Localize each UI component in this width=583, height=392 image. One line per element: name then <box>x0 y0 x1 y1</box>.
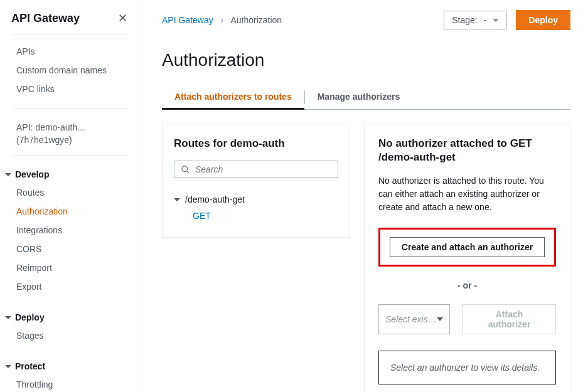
sidebar-header: API Gateway ✕ <box>0 0 139 34</box>
divider <box>11 34 127 34</box>
tab-manage-authorizers[interactable]: Manage authorizers <box>305 85 412 109</box>
sidebar-item-cors[interactable]: CORS <box>0 240 139 258</box>
sidebar-item-apis[interactable]: APIs <box>0 42 139 61</box>
api-meta: API: demo-auth... (7h7he1wgye) <box>0 117 139 155</box>
route-item[interactable]: /demo-auth-get <box>174 192 338 207</box>
top-actions: Stage: - Deploy <box>444 10 570 30</box>
routes-title: Routes for demo-auth <box>174 137 338 151</box>
chevron-down-icon <box>5 173 11 176</box>
divider <box>11 155 127 156</box>
search-icon <box>181 165 190 174</box>
sidebar-item-routes[interactable]: Routes <box>0 183 139 202</box>
create-highlight: Create and attach an authorizer <box>378 228 556 267</box>
search-field[interactable] <box>174 161 338 178</box>
main: API Gateway › Authorization Stage: - Dep… <box>139 0 583 392</box>
close-icon[interactable]: ✕ <box>118 11 127 25</box>
attach-row: Select exis… Attach authorizer <box>378 304 556 334</box>
authorizer-detail-hint: Select an authorizer to view its details… <box>378 351 556 384</box>
stage-value: - <box>484 15 487 25</box>
section-header-develop[interactable]: Develop <box>0 163 139 183</box>
chevron-down-icon <box>174 198 180 201</box>
sidebar-top-nav: APIs Custom domain names VPC links <box>0 42 139 109</box>
breadcrumb-current: Authorization <box>230 15 282 25</box>
detail-description: No authorizer is attached to this route.… <box>378 174 556 214</box>
or-divider: - or - <box>378 280 556 290</box>
deploy-nav: Stages <box>0 326 139 355</box>
svg-point-0 <box>182 166 188 171</box>
chevron-down-icon <box>493 19 499 22</box>
sidebar: API Gateway ✕ APIs Custom domain names V… <box>0 0 139 392</box>
tab-attach-authorizers[interactable]: Attach authorizers to routes <box>162 85 304 109</box>
panels: Routes for demo-auth /demo-auth-get GET … <box>162 124 570 392</box>
chevron-right-icon: › <box>221 15 224 25</box>
develop-nav: Routes Authorization Integrations CORS R… <box>0 183 139 306</box>
breadcrumb-root[interactable]: API Gateway <box>162 15 213 25</box>
route-path: /demo-auth-get <box>185 194 245 204</box>
existing-authorizer-select[interactable]: Select exis… <box>378 304 450 334</box>
chevron-down-icon <box>437 317 443 321</box>
routes-panel: Routes for demo-auth /demo-auth-get GET <box>162 124 350 238</box>
section-label: Develop <box>15 169 49 179</box>
breadcrumb: API Gateway › Authorization <box>162 15 282 25</box>
deploy-button[interactable]: Deploy <box>516 10 570 30</box>
sidebar-item-throttling[interactable]: Throttling <box>0 375 139 392</box>
sidebar-item-stages[interactable]: Stages <box>0 326 139 345</box>
sidebar-item-authorization[interactable]: Authorization <box>0 202 139 221</box>
page-title: Authorization <box>162 50 570 70</box>
section-header-protect[interactable]: Protect <box>0 355 139 375</box>
section-label: Deploy <box>15 312 45 322</box>
sidebar-item-export[interactable]: Export <box>0 277 139 296</box>
chevron-down-icon <box>5 365 11 368</box>
sidebar-item-vpc-links[interactable]: VPC links <box>0 80 139 98</box>
svg-line-1 <box>186 171 189 173</box>
section-label: Protect <box>15 361 45 371</box>
tabs: Attach authorizers to routes Manage auth… <box>162 85 570 110</box>
topbar: API Gateway › Authorization Stage: - Dep… <box>139 0 583 35</box>
attach-authorizer-button: Attach authorizer <box>463 304 556 334</box>
api-meta-name: API: demo-auth... <box>16 122 127 134</box>
stage-selector[interactable]: Stage: - <box>444 11 507 29</box>
sidebar-item-reimport[interactable]: Reimport <box>0 258 139 277</box>
page-body: Authorization Attach authorizers to rout… <box>139 35 583 392</box>
select-placeholder: Select exis… <box>385 314 437 324</box>
authorizer-detail-panel: No authorizer attached to GET /demo-auth… <box>364 124 570 392</box>
search-input[interactable] <box>195 164 331 174</box>
chevron-down-icon <box>5 316 11 319</box>
sidebar-title: API Gateway <box>11 12 80 25</box>
sidebar-item-integrations[interactable]: Integrations <box>0 221 139 240</box>
divider <box>11 109 127 109</box>
api-meta-id: (7h7he1wgye) <box>16 134 127 147</box>
detail-title: No authorizer attached to GET /demo-auth… <box>378 137 556 164</box>
sidebar-item-custom-domain[interactable]: Custom domain names <box>0 61 139 80</box>
create-authorizer-button[interactable]: Create and attach an authorizer <box>390 237 545 257</box>
stage-label: Stage: <box>452 15 477 25</box>
route-method-get[interactable]: GET <box>174 207 338 221</box>
section-header-deploy[interactable]: Deploy <box>0 306 139 326</box>
protect-nav: Throttling <box>0 375 139 392</box>
